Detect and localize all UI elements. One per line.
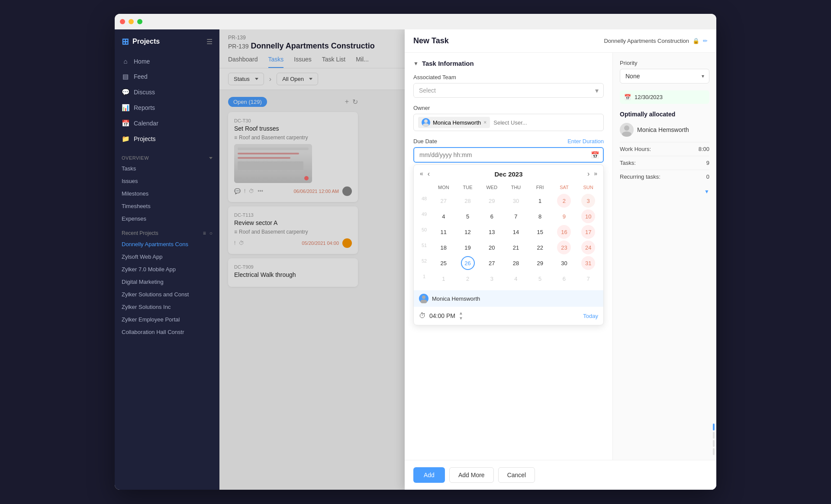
calendar-day[interactable]: 7 — [581, 272, 595, 286]
prev-year-button[interactable]: « — [419, 169, 424, 179]
calendar-day[interactable]: 7 — [509, 209, 523, 223]
sidebar-item-reports[interactable]: 📊 Reports — [115, 100, 219, 116]
task-card[interactable]: DC-T909 Electrical Walk through — [228, 258, 358, 287]
next-month-button[interactable]: › — [586, 169, 591, 179]
calendar-day[interactable]: 24 — [581, 241, 595, 254]
next-year-button[interactable]: » — [593, 169, 598, 179]
calendar-day[interactable]: 5 — [533, 272, 547, 286]
minimize-button[interactable] — [129, 19, 134, 24]
calendar-day[interactable]: 28 — [461, 194, 475, 208]
calendar-day[interactable]: 16 — [557, 225, 571, 239]
calendar-day[interactable]: 6 — [485, 209, 499, 223]
tab-tasks[interactable]: Tasks — [268, 56, 284, 68]
add-more-button[interactable]: Add More — [449, 467, 494, 483]
sidebar-sub-tasks[interactable]: Tasks — [115, 162, 219, 175]
time-up-button[interactable]: ▲ — [459, 311, 463, 315]
recent-project-zylker-inc[interactable]: Zylker Solutions Inc — [115, 301, 219, 313]
date-input[interactable] — [413, 147, 604, 163]
calendar-day[interactable]: 2 — [461, 272, 475, 286]
section-toggle[interactable]: ▼ Task Information — [413, 60, 604, 67]
recent-project-zylker-employee[interactable]: Zylker Employee Portal — [115, 313, 219, 326]
owner-remove-button[interactable]: × — [483, 119, 486, 125]
owner-field[interactable]: Monica Hemsworth × — [413, 114, 604, 131]
expand-icon[interactable]: ▼ — [704, 189, 709, 195]
calendar-day[interactable]: 21 — [509, 241, 523, 254]
sidebar-item-calendar[interactable]: 📅 Calendar — [115, 116, 219, 131]
tab-task-list[interactable]: Task List — [322, 56, 345, 68]
time-down-button[interactable]: ▼ — [459, 316, 463, 321]
edit-icon[interactable]: ✏ — [703, 38, 708, 44]
calendar-day[interactable]: 4 — [509, 272, 523, 286]
tab-milestones[interactable]: Mil... — [356, 56, 369, 68]
calendar-day[interactable]: 30 — [557, 256, 571, 270]
sidebar-item-projects[interactable]: 📁 Projects — [115, 131, 219, 147]
refresh-icon[interactable]: ↻ — [352, 98, 358, 106]
calendar-day[interactable]: 17 — [581, 225, 595, 239]
prev-month-button[interactable]: ‹ — [426, 169, 432, 179]
calendar-day[interactable]: 13 — [485, 225, 499, 239]
calendar-input-icon[interactable]: 📅 — [591, 151, 599, 159]
calendar-day[interactable]: 9 — [557, 209, 571, 223]
calendar-day-today[interactable]: 26 — [461, 256, 475, 270]
recent-search-icon[interactable]: ○ — [209, 230, 213, 236]
recent-project-zylker-solutions[interactable]: Zylker Solutions and Const — [115, 288, 219, 301]
close-button[interactable] — [120, 19, 125, 24]
calendar-day[interactable]: 14 — [509, 225, 523, 239]
calendar-day[interactable]: 3 — [485, 272, 499, 286]
calendar-day[interactable]: 8 — [533, 209, 547, 223]
recent-project-donnelly[interactable]: Donnelly Apartments Cons — [115, 238, 219, 250]
calendar-day[interactable]: 30 — [509, 194, 523, 208]
tab-dashboard[interactable]: Dashboard — [228, 56, 258, 68]
associated-team-select[interactable]: Select — [413, 83, 604, 98]
enter-duration-link[interactable]: Enter Duration — [567, 138, 604, 144]
sidebar-sub-milestones[interactable]: Milestones — [115, 187, 219, 200]
sidebar-item-feed[interactable]: ▤ Feed — [115, 69, 219, 84]
owner-input[interactable] — [493, 119, 566, 126]
today-button[interactable]: Today — [583, 313, 598, 319]
calendar-day[interactable]: 1 — [533, 194, 547, 208]
more-icon[interactable]: ••• — [258, 188, 263, 194]
add-button[interactable]: Add — [413, 467, 445, 483]
cancel-button[interactable]: Cancel — [498, 467, 535, 483]
sidebar-sub-timesheets[interactable]: Timesheets — [115, 200, 219, 212]
calendar-day[interactable]: 4 — [437, 209, 451, 223]
recent-project-zylker-mobile[interactable]: Zylker 7.0 Mobile App — [115, 263, 219, 276]
calendar-day[interactable]: 2 — [557, 194, 571, 208]
calendar-day[interactable]: 29 — [485, 194, 499, 208]
maximize-button[interactable] — [137, 19, 142, 24]
calendar-day[interactable]: 6 — [557, 272, 571, 286]
sidebar-item-home[interactable]: ⌂ Home — [115, 54, 219, 69]
calendar-day[interactable]: 18 — [437, 241, 451, 254]
calendar-day[interactable]: 27 — [485, 256, 499, 270]
calendar-day[interactable]: 31 — [581, 256, 595, 270]
priority-select[interactable]: None Low Medium High Critical — [620, 69, 709, 83]
sidebar-sub-issues[interactable]: Issues — [115, 175, 219, 187]
task-card[interactable]: DC-T30 Set Roof trusses ≡ Roof and Basem… — [228, 112, 358, 202]
calendar-day[interactable]: 19 — [461, 241, 475, 254]
calendar-day[interactable]: 15 — [533, 225, 547, 239]
recent-list-icon[interactable]: ≡ — [203, 230, 206, 236]
recent-project-collab[interactable]: Collaboration Hall Constr — [115, 326, 219, 338]
calendar-day[interactable]: 5 — [461, 209, 475, 223]
tab-issues[interactable]: Issues — [294, 56, 311, 68]
recent-project-zylsoft[interactable]: Zylsoft Web App — [115, 250, 219, 263]
calendar-day[interactable]: 23 — [557, 241, 571, 254]
calendar-day[interactable]: 1 — [437, 272, 451, 286]
add-task-icon[interactable]: + — [345, 98, 349, 106]
recent-project-digital[interactable]: Digital Marketing — [115, 276, 219, 288]
task-card[interactable]: DC-T113 Review sector A ≡ Roof and Basem… — [228, 206, 358, 254]
sidebar-sub-expenses[interactable]: Expenses — [115, 212, 219, 225]
all-open-filter[interactable]: All Open — [277, 73, 318, 85]
calendar-day[interactable]: 20 — [485, 241, 499, 254]
calendar-day[interactable]: 11 — [437, 225, 451, 239]
calendar-day[interactable]: 12 — [461, 225, 475, 239]
calendar-day[interactable]: 10 — [581, 209, 595, 223]
status-filter[interactable]: Status — [228, 73, 264, 85]
calendar-day[interactable]: 22 — [533, 241, 547, 254]
sidebar-item-discuss[interactable]: 💬 Discuss — [115, 84, 219, 100]
calendar-day[interactable]: 28 — [509, 256, 523, 270]
calendar-day[interactable]: 25 — [437, 256, 451, 270]
calendar-day[interactable]: 27 — [437, 194, 451, 208]
calendar-day[interactable]: 3 — [581, 194, 595, 208]
menu-icon[interactable]: ☰ — [206, 38, 213, 46]
